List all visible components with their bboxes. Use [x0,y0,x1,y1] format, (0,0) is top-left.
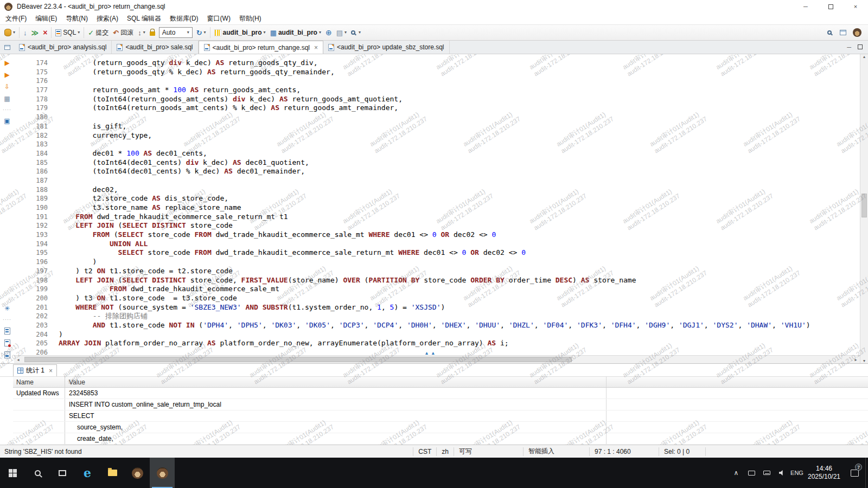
status-caret-position[interactable]: 97 : 1 : 4060 [589,447,659,456]
sql-editor-button[interactable]: SQL ▾ [53,28,82,37]
sql-file-icon [19,44,25,51]
new-connection-button[interactable]: ▾ [2,28,17,37]
code-text [52,140,59,149]
editor-list-button[interactable] [0,41,14,54]
editor-tab[interactable]: <audit_bi_pro> return_change.sql× [199,41,323,54]
minimize-button[interactable]: ─ [793,0,818,13]
clear-button[interactable]: × [41,28,49,37]
scroll-right-icon[interactable]: ▸ [852,356,860,363]
navigate-button[interactable]: ⊕ [323,28,334,37]
layout-button[interactable]: ▤ ▾ [334,28,349,37]
editor-tab[interactable]: <audit_bi_pro> update_sbz_store.sql [323,41,449,54]
code-text: (return_goods_qty div k_dec) AS return_g… [52,59,317,68]
code-line: 188 dec02, [14,185,860,195]
scripts-button[interactable]: ≫ [29,28,41,37]
more-actions-icon[interactable]: ···· [3,317,11,322]
menu-item[interactable]: 搜索(A) [92,13,123,24]
explorer-button[interactable] [100,458,125,488]
editor-tab[interactable]: <audit_bi_pro> sale.sql [112,41,198,54]
table-row[interactable]: SELECT [13,410,868,422]
stats-tab-close-icon[interactable]: × [49,367,53,375]
hscroll-thumb[interactable] [24,357,572,362]
stats-tab[interactable]: 统计 1 × [13,364,57,376]
explain-plan-icon[interactable]: ▦ [4,95,10,102]
action-center-button[interactable]: 7 [844,458,865,488]
quick-search-button[interactable] [825,29,835,36]
column-header-value[interactable]: Value [65,377,607,387]
search-menu-button[interactable]: ▾ [349,29,363,36]
settings-icon[interactable]: ✳ [4,305,10,312]
tab-close-icon[interactable]: × [314,44,318,52]
execute-statement-icon[interactable]: ▶ [4,60,9,66]
table-row[interactable]: source_system, [13,422,868,433]
menu-item[interactable]: 文件(F) [1,13,31,24]
rollback-label: 回滚 [120,28,133,37]
maximize-view-icon[interactable] [858,44,863,50]
database-selector[interactable]: audit_bi_pro ▾ [212,28,268,37]
maximize-button[interactable] [818,0,843,13]
menu-item[interactable]: 数据库(D) [165,13,203,24]
volume-icon[interactable] [774,458,789,488]
hscroll-track[interactable] [22,356,852,363]
menu-item[interactable]: 导航(N) [61,13,92,24]
menu-item[interactable]: SQL 编辑器 [123,13,165,24]
code-text: AND t1.store_code NOT IN ('DPH4', 'DPH5'… [52,321,810,330]
status-insert-mode[interactable]: 智能插入 [523,447,589,456]
dbeaver-logo-button[interactable] [851,27,864,38]
table-row[interactable]: create_date, [13,433,868,445]
export-result-icon[interactable]: ⇩ [4,84,10,90]
tray-expand-icon[interactable]: ∧ [729,458,744,488]
column-header-name[interactable]: Name [13,377,65,387]
window-icon [4,45,10,50]
cell-filler [607,388,868,399]
lock-button[interactable] [148,28,157,37]
schema-selector[interactable]: ▦ audit_bi_pro ▾ [268,28,323,37]
code-lines[interactable]: 174 (return_goods_qty div k_dec) AS retu… [14,54,860,355]
dbeaver-taskbar-button[interactable] [125,458,150,488]
speaker-icon [779,470,785,476]
more-actions-icon[interactable]: ···· [3,107,11,112]
script-doc-alt-icon[interactable] [4,351,10,358]
vscroll-thumb[interactable] [861,194,867,217]
code-text: FROM (SELECT store_code FROM dwd_trade_h… [52,230,496,240]
code-line: 199 FROM dwd_trade_hkaudit_ecommerce_sal… [14,285,860,294]
stats-grid: Name Value Updated Rows23245853INSERT IN… [13,377,868,445]
taskbar-search-button[interactable] [25,458,50,488]
scroll-down-icon[interactable]: ▾ [860,358,868,363]
table-row[interactable]: INSERT INTO custom_online_sale_return_tm… [13,399,868,410]
menu-item[interactable]: 编辑(E) [31,13,61,24]
output-panel-icon[interactable]: ▣ [4,118,10,124]
transaction-mode-button[interactable]: ↕ ▾ [136,28,148,37]
task-view-button[interactable] [50,458,75,488]
horizontal-scrollbar[interactable]: ◂ ▸ [14,355,860,363]
execute-script-icon[interactable]: ▶ [4,72,9,78]
vertical-scrollbar[interactable]: ▴ ▾ [860,54,868,363]
show-desktop-button[interactable] [865,458,868,488]
close-button[interactable]: × [843,0,868,13]
scroll-up-icon[interactable]: ▴ [860,54,868,59]
commit-mode-combo[interactable]: Auto ▾ [159,27,193,38]
edge-button[interactable]: e [75,458,100,488]
network-icon[interactable] [744,458,759,488]
script-doc-icon[interactable] [4,328,10,335]
input-language[interactable]: ENG [789,458,805,488]
perspective-button[interactable] [838,29,848,36]
menu-item[interactable]: 窗口(W) [203,13,235,24]
refresh-button[interactable]: ↻ ▾ [194,28,208,37]
table-row[interactable]: Updated Rows23245853 [13,388,868,399]
commit-button[interactable]: ✓ 提交 [86,27,111,38]
touch-keyboard-icon[interactable] [759,458,774,488]
line-number: 186 [14,167,52,176]
editor-tab[interactable]: <audit_bi_pro> analysis.sql [14,41,112,54]
code-line: 201 WHERE NOT (source_system = 'SBZE3_NE… [14,303,860,312]
scroll-left-icon[interactable]: ◂ [14,356,22,363]
fetch-button[interactable]: ↓ [21,28,29,37]
start-button[interactable] [0,458,25,488]
dbeaver-taskbar-button-active[interactable] [150,458,175,488]
restore-panel-arrows[interactable]: ▴ ▴ [425,350,436,356]
rollback-button[interactable]: ↶ 回滚 [111,27,136,38]
minimize-view-icon[interactable]: ─ [847,44,851,50]
taskbar-clock[interactable]: 14:46 2025/10/21 [805,458,844,488]
script-doc-error-icon[interactable] [4,339,10,346]
menu-item[interactable]: 帮助(H) [235,13,266,24]
